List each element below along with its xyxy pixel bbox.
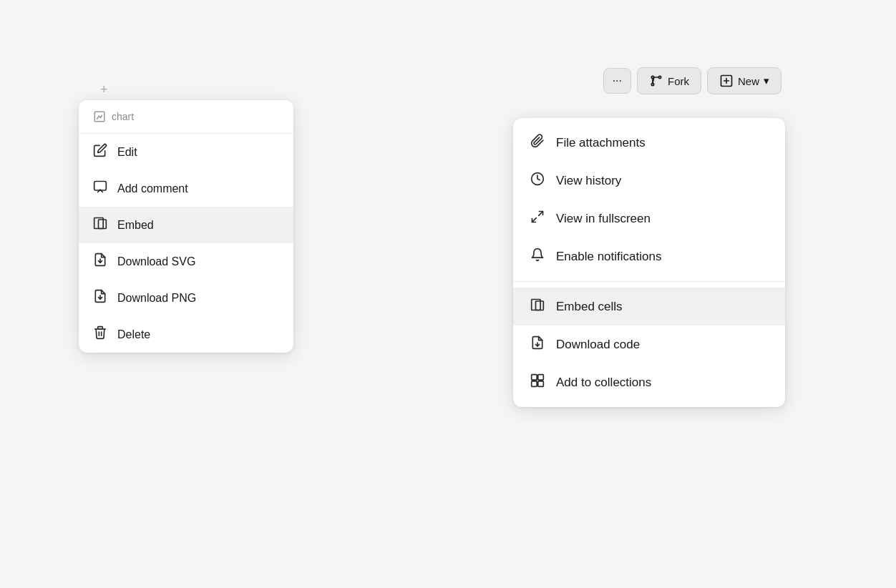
fork-icon (649, 74, 663, 88)
fork-button[interactable]: Fork (637, 67, 701, 94)
paperclip-icon (529, 134, 546, 152)
menu-item-download-svg[interactable]: Download SVG (79, 243, 293, 280)
left-context-menu: chart Edit Add comment Embed (79, 100, 293, 353)
svg-rect-20 (536, 301, 544, 310)
menu-item-add-to-collections[interactable]: Add to collections (513, 363, 785, 401)
edit-label: Edit (117, 146, 137, 159)
toolbar: ··· Fork New ▾ (603, 67, 781, 94)
more-options-button[interactable]: ··· (603, 68, 631, 94)
new-label: New (738, 75, 759, 87)
chart-icon (93, 110, 106, 123)
comment-icon (93, 180, 107, 197)
svg-line-17 (539, 212, 543, 216)
embed-icon (93, 216, 107, 234)
add-comment-label: Add comment (117, 182, 188, 195)
svg-rect-10 (94, 182, 107, 191)
download-svg-icon (93, 253, 107, 270)
enable-notifications-label: Enable notifications (556, 250, 661, 264)
embed-label: Embed (117, 219, 154, 232)
svg-line-18 (532, 218, 537, 222)
menu-item-edit[interactable]: Edit (79, 134, 293, 170)
plus-icon[interactable]: + (100, 82, 108, 97)
svg-rect-23 (538, 375, 544, 381)
right-menu-section-2: Embed cells Download code (513, 282, 785, 407)
file-attachments-label: File attachments (556, 136, 646, 150)
new-dropdown-arrow: ▾ (764, 74, 769, 87)
svg-rect-12 (99, 220, 107, 229)
right-dropdown-menu: File attachments View history (513, 118, 785, 407)
view-history-label: View history (556, 174, 621, 188)
svg-rect-15 (98, 327, 103, 329)
add-to-collections-label: Add to collections (556, 376, 651, 390)
svg-rect-24 (532, 381, 537, 387)
menu-item-file-attachments[interactable]: File attachments (513, 124, 785, 162)
right-menu-section-1: File attachments View history (513, 118, 785, 281)
download-svg-label: Download SVG (117, 255, 195, 268)
embed-cells-icon (529, 298, 546, 315)
download-png-icon (93, 289, 107, 307)
dots-label: ··· (613, 74, 622, 87)
new-icon (719, 74, 734, 88)
edit-icon (93, 143, 107, 161)
menu-item-delete[interactable]: Delete (79, 316, 293, 353)
left-menu-header: chart (79, 100, 293, 134)
menu-item-embed[interactable]: Embed (79, 207, 293, 243)
menu-item-download-png[interactable]: Download PNG (79, 280, 293, 316)
left-menu-title: chart (112, 111, 134, 122)
fork-label: Fork (668, 75, 689, 87)
menu-item-embed-cells[interactable]: Embed cells (513, 288, 785, 325)
fullscreen-icon (529, 210, 546, 227)
collections-icon (529, 373, 546, 391)
bell-icon (529, 248, 546, 265)
view-fullscreen-label: View in fullscreen (556, 212, 651, 226)
menu-item-view-fullscreen[interactable]: View in fullscreen (513, 200, 785, 237)
trash-icon (93, 325, 107, 343)
svg-rect-22 (532, 375, 537, 381)
new-button[interactable]: New ▾ (707, 67, 781, 94)
download-png-label: Download PNG (117, 292, 196, 305)
menu-item-view-history[interactable]: View history (513, 162, 785, 200)
menu-item-add-comment[interactable]: Add comment (79, 170, 293, 207)
download-code-icon (529, 335, 546, 353)
clock-icon (529, 172, 546, 190)
delete-label: Delete (117, 328, 150, 341)
embed-cells-label: Embed cells (556, 300, 623, 314)
menu-item-enable-notifications[interactable]: Enable notifications (513, 237, 785, 275)
download-code-label: Download code (556, 338, 640, 352)
svg-rect-25 (538, 381, 544, 387)
menu-item-download-code[interactable]: Download code (513, 325, 785, 363)
